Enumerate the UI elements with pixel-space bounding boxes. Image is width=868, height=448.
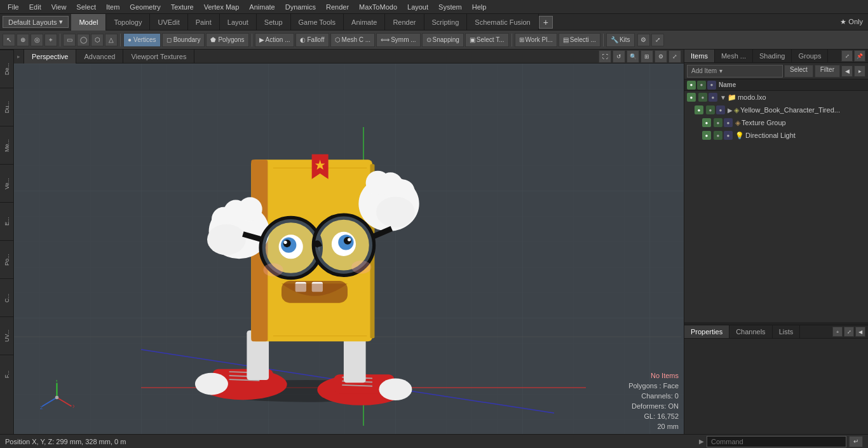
action-button[interactable]: ▶ Action ...	[255, 33, 295, 47]
right-tab-mesh[interactable]: Mesh ...	[715, 50, 753, 62]
vertices-button[interactable]: ● Vertices	[123, 33, 161, 47]
right-tab-items[interactable]: Items	[684, 50, 715, 62]
add-item-dropdown[interactable]: Add Item ▾	[687, 65, 783, 78]
eye-icon-texture[interactable]: ●	[702, 118, 711, 127]
falloff-button[interactable]: ◐ Falloff	[295, 33, 329, 47]
right-bottom-tab-channels[interactable]: Channels	[729, 325, 772, 338]
menu-render[interactable]: Render	[321, 2, 354, 12]
menu-item[interactable]: Item	[101, 2, 125, 12]
polygons-button[interactable]: ⬟ Polygons	[206, 33, 248, 47]
menu-view[interactable]: View	[46, 2, 72, 12]
layout-tab-animate[interactable]: Animate	[344, 14, 385, 31]
layout-tab-game-tools[interactable]: Game Tools	[291, 14, 344, 31]
boundary-button[interactable]: ◻ Boundary	[162, 33, 205, 47]
bottom-settings-icon[interactable]: ◀	[855, 327, 865, 337]
tree-item-modo-lxo[interactable]: ● ● ● ▼ 📁 modo.lxo	[684, 91, 868, 104]
right-bottom-tab-properties[interactable]: Properties	[684, 325, 729, 338]
selecti-button[interactable]: ▤ Selecti ...	[559, 33, 600, 47]
tree-item-yellow-book[interactable]: ● ● ● ▶ ◈ Yellow_Book_Character_Tired...	[684, 104, 868, 116]
eye-icon-book[interactable]: ●	[695, 105, 703, 114]
lock-icon-modo[interactable]: ●	[709, 93, 717, 102]
bottom-pin-icon[interactable]: ⤢	[844, 327, 854, 337]
render-icon-book[interactable]: ●	[706, 105, 715, 114]
render-header-icon[interactable]: ●	[697, 81, 706, 90]
viewport-tab-perspective[interactable]: Perspective	[24, 50, 76, 64]
layout-tab-uvedit[interactable]: UVEdit	[150, 14, 187, 31]
menu-texture[interactable]: Texture	[166, 2, 199, 12]
symm-button[interactable]: ⟺ Symm ...	[376, 33, 420, 47]
add-layout-button[interactable]: +	[539, 16, 553, 29]
right-tab-shading[interactable]: Shading	[753, 50, 792, 62]
expand-arrow-book[interactable]: ▶	[728, 107, 733, 114]
mesh-button[interactable]: ⬡ Mesh C ...	[330, 33, 376, 47]
select-button[interactable]: Select	[784, 65, 813, 78]
eye-icon-light[interactable]: ●	[702, 131, 711, 140]
side-tab-ve[interactable]: Ve...	[0, 164, 14, 202]
layout-tab-schematic-fusion[interactable]: Schematic Fusion	[467, 14, 538, 31]
menu-layout[interactable]: Layout	[402, 2, 433, 12]
layout-tab-topology[interactable]: Topology	[106, 14, 150, 31]
polygon-icon[interactable]: ⬡	[91, 34, 104, 46]
default-layouts-dropdown[interactable]: Default Layouts ▾	[3, 16, 69, 28]
side-tab-c[interactable]: C...	[0, 278, 14, 316]
right-pin-icon[interactable]: 📌	[854, 50, 865, 62]
menu-select[interactable]: Select	[71, 2, 101, 12]
side-tab-du[interactable]: Du...	[0, 88, 14, 126]
menu-system[interactable]: System	[433, 2, 467, 12]
side-tab-uv[interactable]: UV...	[0, 316, 14, 355]
filter-button[interactable]: Filter	[815, 65, 840, 78]
lock-header-icon[interactable]: ●	[707, 81, 716, 90]
layout-tab-render[interactable]: Render	[385, 14, 424, 31]
render-icon-texture[interactable]: ●	[714, 118, 722, 127]
expand-arrow-modo[interactable]: ▼	[720, 94, 726, 101]
layout-tab-model[interactable]: Model	[71, 14, 106, 31]
lock-icon-texture[interactable]: ●	[724, 118, 733, 127]
refresh-icon[interactable]: ↺	[613, 50, 625, 63]
eye-header-icon[interactable]: ●	[687, 81, 696, 90]
rotate-icon[interactable]: ◎	[31, 34, 43, 46]
side-tab-me[interactable]: Me...	[0, 126, 14, 164]
side-tab-de[interactable]: De...	[0, 50, 14, 88]
circle-icon[interactable]: ◯	[77, 34, 90, 46]
transform-icon[interactable]: ⊕	[17, 34, 29, 46]
work-plane-button[interactable]: ⊞ Work Pl...	[515, 33, 557, 47]
side-tab-po[interactable]: Po...	[0, 240, 14, 278]
eye-icon-modo[interactable]: ●	[687, 93, 696, 102]
menu-vertex-map[interactable]: Vertex Map	[199, 2, 245, 12]
menu-maxtomodo[interactable]: MaxToModo	[354, 2, 402, 12]
settings2-icon[interactable]: ⚙	[654, 50, 667, 63]
camera-icon[interactable]: ⛶	[599, 50, 611, 63]
lock-icon-book[interactable]: ●	[716, 105, 725, 114]
viewport-tab-textures[interactable]: Viewport Textures	[123, 50, 194, 64]
menu-edit[interactable]: Edit	[24, 2, 46, 12]
right-tab-groups[interactable]: Groups	[792, 50, 828, 62]
star-only-toggle[interactable]: ★ Only	[835, 18, 868, 26]
right-bottom-tab-lists[interactable]: Lists	[773, 325, 801, 338]
viewport-canvas[interactable]: No Items Polygons : Face Channels: 0 Def…	[14, 64, 684, 434]
right-toolbar-arrow[interactable]: ◀	[841, 65, 853, 77]
scale-icon[interactable]: ⌖	[44, 34, 57, 46]
right-expand-icon[interactable]: ⤢	[841, 50, 853, 62]
edge-icon[interactable]: △	[105, 34, 118, 46]
tree-item-texture-group[interactable]: ● ● ● ◈ Texture Group	[684, 116, 868, 129]
layout-tab-paint[interactable]: Paint	[188, 14, 220, 31]
side-tab-e[interactable]: E...	[0, 202, 14, 240]
snapping-button[interactable]: ⊙ Snapping	[422, 33, 464, 47]
rect-icon[interactable]: ▭	[63, 34, 76, 46]
grid-icon[interactable]: ⊞	[641, 50, 653, 63]
lock-icon-light[interactable]: ●	[724, 131, 733, 140]
tree-item-directional-light[interactable]: ● ● ● 💡 Directional Light	[684, 129, 868, 142]
viewport-tab-advanced[interactable]: Advanced	[76, 50, 123, 64]
viewport-collapse-button[interactable]: ▸	[14, 50, 24, 64]
menu-file[interactable]: File	[3, 2, 24, 12]
expand-icon[interactable]: ⤢	[651, 34, 664, 46]
maximize-icon[interactable]: ⤢	[668, 50, 681, 63]
command-input[interactable]	[707, 436, 846, 447]
zoom-icon[interactable]: 🔍	[627, 50, 639, 63]
menu-dynamics[interactable]: Dynamics	[280, 2, 321, 12]
render-icon-modo[interactable]: ●	[698, 93, 707, 102]
layout-tab-scripting[interactable]: Scripting	[424, 14, 468, 31]
kits-button[interactable]: 🔧 Kits	[606, 33, 635, 47]
menu-geometry[interactable]: Geometry	[125, 2, 165, 12]
menu-animate[interactable]: Animate	[244, 2, 280, 12]
